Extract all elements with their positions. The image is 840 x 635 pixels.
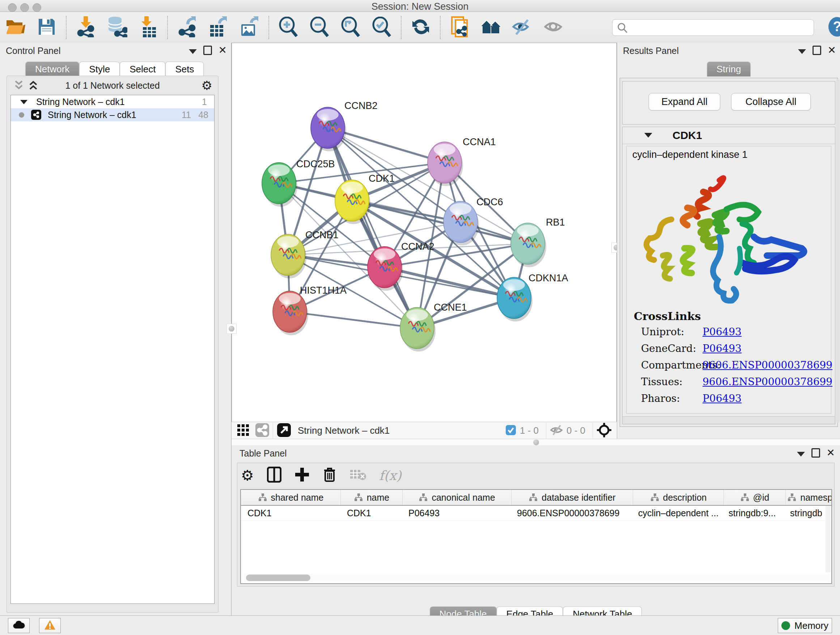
table-panel: Table Panel ✕ ⚙ f(x) shared namenamecano… — [232, 445, 840, 616]
table-cell[interactable]: stringdb:9... — [722, 506, 783, 520]
table-cell[interactable]: cyclin–dependent ... — [632, 506, 722, 520]
crosslink-link[interactable]: 9606.ENSP00000378699 — [703, 376, 832, 388]
tab-network[interactable]: Network — [25, 62, 79, 76]
scrollbar-thumb[interactable] — [246, 575, 310, 581]
panel-close-icon[interactable]: ✕ — [218, 47, 227, 54]
column-header-6[interactable]: namespac — [786, 490, 832, 505]
export-image-button[interactable] — [238, 17, 260, 38]
left-splitter-handle[interactable] — [226, 324, 237, 334]
crosslink-link[interactable]: P06493 — [703, 326, 742, 338]
panel-float-icon[interactable] — [812, 448, 820, 458]
next-section-strip[interactable] — [622, 416, 835, 424]
column-header-4[interactable]: description — [633, 490, 724, 505]
crosslink-row: GeneCard:P06493 — [641, 342, 696, 355]
show-columns-icon[interactable] — [267, 467, 281, 484]
table-options-gear-icon[interactable]: ⚙ — [241, 467, 254, 484]
birds-eye-view-icon[interactable] — [237, 424, 249, 438]
panel-close-icon[interactable]: ✕ — [827, 449, 835, 456]
table-cell[interactable]: CDK1 — [241, 506, 340, 520]
cloud-status-button[interactable] — [8, 618, 30, 633]
tab-select[interactable]: Select — [120, 62, 165, 76]
hidden-eye-slash-icon[interactable] — [550, 424, 563, 437]
collection-caret-icon[interactable] — [20, 100, 27, 104]
network-node-ccnb1[interactable] — [271, 234, 306, 279]
open-in-browser-icon[interactable] — [277, 423, 291, 439]
network-node-ccna1[interactable] — [428, 142, 463, 186]
network-node-ccnb2[interactable] — [311, 107, 346, 151]
network-collection-row[interactable]: String Network – cdk1 1 — [11, 95, 214, 108]
memory-button[interactable]: Memory — [778, 618, 832, 633]
delete-column-trash-icon[interactable] — [323, 467, 336, 484]
string-home-button[interactable] — [480, 17, 502, 38]
node-label-hist1h1a: HIST1H1A — [300, 285, 347, 296]
splitter-handle[interactable] — [533, 440, 539, 445]
zoom-in-button[interactable] — [278, 17, 299, 38]
crosslink-link[interactable]: 9606.ENSP00000378699 — [703, 359, 832, 371]
column-header-5[interactable]: @id — [724, 490, 786, 505]
save-session-button[interactable] — [36, 17, 57, 38]
table-cell[interactable]: stringdb — [783, 506, 832, 520]
string-documents-button[interactable] — [449, 17, 471, 38]
network-share-icon[interactable] — [256, 423, 269, 439]
column-header-1[interactable]: name — [341, 490, 403, 505]
table-cell[interactable]: CDK1 — [340, 506, 402, 520]
table-row[interactable]: CDK1CDK1P064939606.ENSP00000378699cyclin… — [241, 506, 831, 521]
panel-float-icon[interactable] — [203, 46, 212, 55]
panel-close-icon[interactable]: ✕ — [828, 47, 836, 54]
zoom-fit-button[interactable] — [340, 17, 362, 38]
add-column-icon[interactable] — [294, 467, 309, 484]
panel-minimize-icon[interactable] — [797, 452, 805, 456]
network-node-cdkn1a[interactable] — [497, 277, 532, 321]
attribute-type-icon — [258, 493, 267, 502]
column-header-0[interactable]: shared name — [241, 490, 341, 505]
crosslink-link[interactable]: P06493 — [703, 393, 742, 404]
crosslink-label: Tissues: — [641, 376, 683, 388]
network-edge[interactable] — [290, 312, 417, 328]
panel-minimize-icon[interactable] — [798, 49, 806, 54]
panel-minimize-icon[interactable] — [189, 49, 197, 54]
toolbar-separator — [66, 16, 66, 39]
tab-style[interactable]: Style — [79, 62, 120, 76]
table-vertical-scrollbar[interactable] — [826, 506, 831, 572]
table-cell[interactable]: P06493 — [402, 506, 510, 520]
table-cell[interactable]: 9606.ENSP00000378699 — [510, 506, 632, 520]
fit-content-crosshair-icon[interactable] — [597, 423, 612, 439]
network-row-selected[interactable]: String Network – cdk1 11 48 — [11, 108, 214, 121]
collapse-all-button[interactable]: Collapse All — [731, 93, 811, 111]
network-node-rb1[interactable] — [511, 223, 546, 267]
cdk1-collapse-caret-icon[interactable] — [644, 133, 652, 138]
network-node-ccna2[interactable] — [368, 247, 403, 291]
table-horizontal-scrollbar[interactable] — [244, 574, 830, 582]
panel-float-icon[interactable] — [813, 46, 821, 55]
network-node-hist1h1a[interactable] — [273, 291, 308, 335]
tab-sets[interactable]: Sets — [165, 62, 204, 76]
results-scrollbar[interactable] — [836, 79, 840, 423]
tab-string-results[interactable]: String — [707, 62, 751, 76]
export-table-button[interactable] — [207, 17, 229, 38]
help-button[interactable]: ? — [828, 17, 840, 38]
network-canvas[interactable]: CCNB2CCNA1CDC25BCDK1CDC6RB1CCNB1CCNA2CDK… — [232, 43, 617, 422]
column-header-3[interactable]: database identifier — [512, 490, 633, 505]
horizontal-splitter[interactable] — [232, 439, 840, 446]
column-header-2[interactable]: canonical name — [403, 490, 512, 505]
network-options-gear-icon[interactable]: ⚙ — [202, 78, 212, 93]
selected-checkbox-icon[interactable] — [505, 424, 516, 437]
import-network-button[interactable] — [75, 17, 96, 38]
network-edge[interactable] — [328, 128, 417, 328]
open-session-button[interactable] — [5, 17, 27, 38]
network-node-ccne1[interactable] — [400, 307, 436, 352]
warnings-button[interactable] — [39, 618, 61, 633]
zoom-out-button[interactable] — [309, 17, 330, 38]
show-glass-eye-button[interactable] — [542, 17, 564, 38]
protein-structure-image — [634, 167, 822, 310]
refresh-button[interactable] — [410, 17, 431, 38]
network-node-cdk1[interactable] — [335, 180, 370, 224]
crosslink-link[interactable]: P06493 — [703, 342, 742, 355]
import-table-button[interactable] — [137, 17, 159, 38]
hide-glass-eye-button[interactable] — [511, 17, 533, 38]
zoom-selected-button[interactable] — [371, 17, 393, 38]
search-input[interactable] — [612, 19, 814, 36]
import-network-from-database-button[interactable] — [106, 17, 128, 38]
export-network-button[interactable] — [176, 17, 198, 38]
expand-all-button[interactable]: Expand All — [649, 93, 720, 111]
